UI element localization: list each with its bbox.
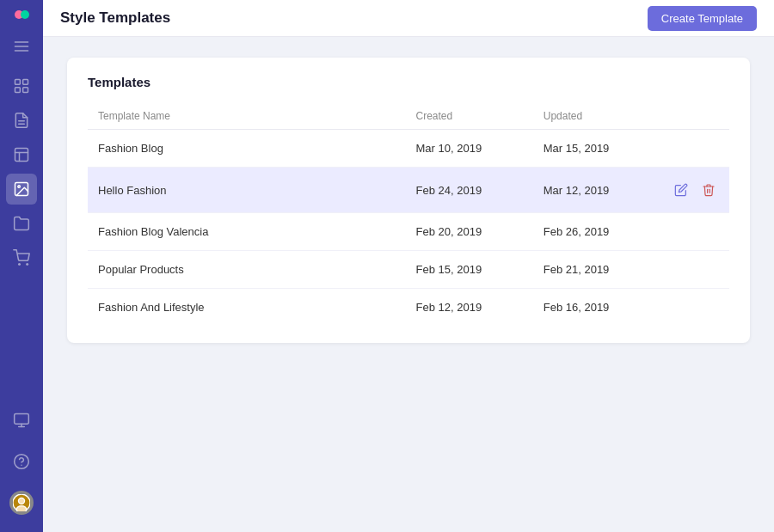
cell-created: Feb 15, 2019 — [406, 251, 533, 289]
table-header-row: Template Name Created Updated — [88, 103, 729, 130]
svg-point-15 — [27, 264, 28, 266]
sidebar — [0, 0, 43, 532]
table-body: Fashion BlogMar 10, 2019Mar 15, 2019Hell… — [88, 130, 729, 327]
edit-button[interactable] — [671, 180, 691, 200]
cell-updated: Mar 15, 2019 — [533, 130, 660, 168]
cell-created: Mar 10, 2019 — [406, 130, 533, 168]
svg-point-23 — [16, 506, 26, 511]
templates-card-title: Templates — [88, 75, 729, 89]
sidebar-item-cart[interactable] — [6, 242, 37, 273]
user-avatar — [9, 491, 34, 515]
sidebar-item-documents[interactable] — [6, 105, 37, 136]
templates-card: Templates Template Name Created Updated … — [67, 58, 750, 343]
svg-rect-4 — [23, 80, 28, 85]
cell-updated: Feb 21, 2019 — [533, 251, 660, 289]
cell-actions — [660, 251, 729, 289]
svg-point-14 — [19, 264, 21, 266]
cell-template-name: Hello Fashion — [88, 168, 406, 213]
cell-created: Feb 24, 2019 — [406, 168, 533, 213]
table-row[interactable]: Hello FashionFeb 24, 2019Mar 12, 2019 — [88, 168, 729, 213]
logo — [15, 10, 29, 19]
logo-dot-green — [21, 10, 29, 19]
sidebar-item-monitor[interactable] — [6, 405, 37, 436]
sidebar-bottom — [6, 405, 37, 518]
table-row[interactable]: Fashion BlogMar 10, 2019Mar 15, 2019 — [88, 130, 729, 168]
page-title: Style Templates — [60, 9, 170, 27]
table-row[interactable]: Popular ProductsFeb 15, 2019Feb 21, 2019 — [88, 251, 729, 289]
cell-actions — [660, 168, 729, 213]
sidebar-item-dashboard[interactable] — [6, 70, 37, 101]
cell-created: Feb 20, 2019 — [406, 213, 533, 251]
cell-actions — [660, 289, 729, 327]
cell-updated: Feb 16, 2019 — [533, 289, 660, 327]
cell-created: Feb 12, 2019 — [406, 289, 533, 327]
cell-template-name: Fashion Blog — [88, 130, 406, 168]
cell-template-name: Fashion Blog Valencia — [88, 213, 406, 251]
content-area: Templates Template Name Created Updated … — [43, 37, 774, 532]
hamburger-menu-icon[interactable] — [6, 31, 37, 62]
svg-rect-3 — [15, 80, 21, 85]
svg-rect-16 — [15, 414, 29, 425]
svg-point-19 — [15, 455, 29, 469]
svg-rect-6 — [23, 88, 28, 93]
cell-template-name: Popular Products — [88, 251, 406, 289]
create-template-button[interactable]: Create Template — [648, 6, 757, 31]
header: Style Templates Create Template — [43, 0, 774, 37]
sidebar-item-images[interactable] — [6, 174, 37, 205]
row-actions — [671, 180, 719, 200]
cell-actions — [660, 213, 729, 251]
sidebar-nav — [0, 70, 43, 273]
table-row[interactable]: Fashion And LifestyleFeb 12, 2019Feb 16,… — [88, 289, 729, 327]
cell-actions — [660, 130, 729, 168]
table-row[interactable]: Fashion Blog ValenciaFeb 20, 2019Feb 26,… — [88, 213, 729, 251]
svg-point-13 — [18, 186, 20, 188]
svg-rect-9 — [15, 149, 28, 162]
col-header-created: Created — [406, 103, 533, 130]
avatar[interactable] — [6, 487, 37, 518]
col-header-name: Template Name — [88, 103, 406, 130]
delete-button[interactable] — [698, 180, 719, 200]
sidebar-item-help[interactable] — [6, 446, 37, 477]
cell-template-name: Fashion And Lifestyle — [88, 289, 406, 327]
main-content: Style Templates Create Template Template… — [43, 0, 774, 532]
templates-table: Template Name Created Updated Fashion Bl… — [88, 103, 729, 326]
col-header-actions — [660, 103, 729, 130]
svg-rect-5 — [15, 88, 21, 93]
sidebar-item-folder[interactable] — [6, 208, 37, 239]
cell-updated: Feb 26, 2019 — [533, 213, 660, 251]
table-header: Template Name Created Updated — [88, 103, 729, 130]
cell-updated: Mar 12, 2019 — [533, 168, 660, 213]
svg-point-22 — [18, 498, 24, 504]
sidebar-item-layout[interactable] — [6, 139, 37, 170]
col-header-updated: Updated — [533, 103, 660, 130]
